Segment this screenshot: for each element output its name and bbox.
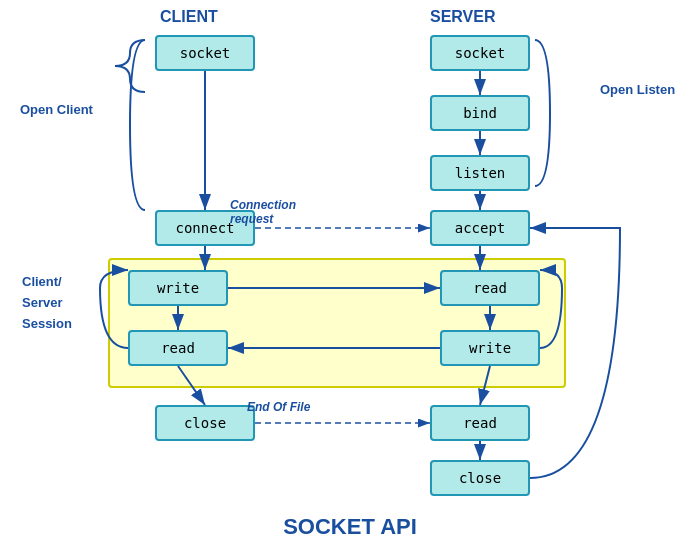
footer-title: SOCKET API [0,514,700,540]
bind-box: bind [430,95,530,131]
listen-box: listen [430,155,530,191]
open-listen-label: Open Listen [600,80,675,100]
client-socket-box: socket [155,35,255,71]
client-header: CLIENT [160,8,218,26]
client-read-box: read [128,330,228,366]
diagram-container: CLIENT SERVER Open Client Open Listen Cl… [0,0,700,550]
server-write-box: write [440,330,540,366]
server-read-box: read [440,270,540,306]
server-header: SERVER [430,8,496,26]
close-server-box: close [430,460,530,496]
session-label: Client/ServerSession [22,272,72,334]
accept-box: accept [430,210,530,246]
server-read2-box: read [430,405,530,441]
client-write-box: write [128,270,228,306]
close-client-box: close [155,405,255,441]
end-of-file-label: End Of File [247,400,310,414]
server-socket-box: socket [430,35,530,71]
open-client-label: Open Client [20,100,93,120]
connection-request-label: Connectionrequest [230,198,296,226]
